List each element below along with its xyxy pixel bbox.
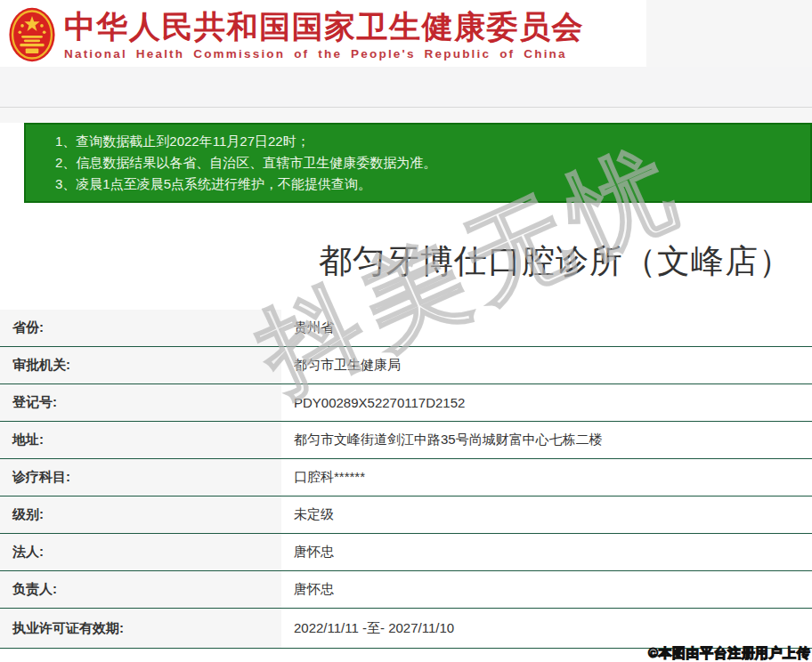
- row-label: 级别:: [0, 496, 281, 533]
- table-row-license-validity: 执业许可证有效期: 2022/11/11 -至- 2027/11/10: [0, 609, 812, 649]
- row-label: 法人:: [0, 534, 281, 570]
- row-label: 省份:: [0, 310, 281, 346]
- table-row-responsible-person: 负责人: 唐怀忠: [0, 571, 812, 609]
- site-title-chinese: 中华人民共和国国家卫生健康委员会: [64, 9, 584, 44]
- table-row-address: 地址: 都匀市文峰街道剑江中路35号尚城财富中心七栋二楼: [0, 422, 812, 459]
- table-row-approval-authority: 审批机关: 都匀市卫生健康局: [0, 347, 812, 384]
- clinic-name-title: 都匀牙博仕口腔诊所（文峰店）: [319, 238, 812, 285]
- table-row-legal-person: 法人: 唐怀忠: [0, 534, 812, 571]
- table-row-registration-number: 登记号: PDY00289X52270117D2152: [0, 384, 812, 422]
- row-label: 地址:: [0, 422, 281, 458]
- row-label: 执业许可证有效期:: [0, 609, 281, 648]
- upload-attribution-text: ©本图由平台注册用户上传: [648, 645, 810, 662]
- row-value: 都匀市卫生健康局: [281, 347, 812, 383]
- notice-line: 1、查询数据截止到2022年11月27日22时；: [55, 131, 801, 152]
- row-label: 诊疗科目:: [0, 459, 281, 496]
- header-box: 中华人民共和国国家卫生健康委员会 National Health Commiss…: [0, 0, 646, 67]
- row-label: 审批机关:: [0, 347, 281, 383]
- row-value: 2022/11/11 -至- 2027/11/10: [281, 609, 812, 648]
- row-label: 登记号:: [0, 384, 281, 421]
- row-value: 口腔科******: [281, 459, 812, 496]
- page: 中华人民共和国国家卫生健康委员会 National Health Commiss…: [0, 0, 812, 662]
- row-value: 都匀市文峰街道剑江中路35号尚城财富中心七栋二楼: [281, 422, 812, 458]
- header-bar: 中华人民共和国国家卫生健康委员会 National Health Commiss…: [0, 0, 812, 67]
- notice-top-spacer: [0, 108, 812, 123]
- row-label: 负责人:: [0, 571, 281, 608]
- table-row-level: 级别: 未定级: [0, 496, 812, 534]
- site-title-english: National Health Commission of the People…: [64, 47, 584, 61]
- notice-line: 2、信息数据结果以各省、自治区、直辖市卫生健康委数据为准。: [55, 152, 801, 174]
- row-value: 贵州省: [281, 310, 812, 346]
- row-value: PDY00289X52270117D2152: [281, 384, 812, 421]
- notice-box: 1、查询数据截止到2022年11月27日22时； 2、信息数据结果以各省、自治区…: [24, 123, 812, 203]
- clinic-info-table: 省份: 贵州省 审批机关: 都匀市卫生健康局 登记号: PDY00289X522…: [0, 310, 812, 649]
- header-divider-band: [0, 67, 812, 108]
- row-value: 唐怀忠: [281, 571, 812, 608]
- row-value: 唐怀忠: [281, 534, 812, 570]
- table-row-province: 省份: 贵州省: [0, 310, 812, 347]
- row-value: 未定级: [281, 496, 812, 533]
- table-row-treatment-subjects: 诊疗科目: 口腔科******: [0, 459, 812, 496]
- national-emblem-icon: [7, 6, 57, 63]
- header-titles: 中华人民共和国国家卫生健康委员会 National Health Commiss…: [64, 9, 584, 61]
- notice-line: 3、凌晨1点至凌晨5点系统进行维护，不能提供查询。: [55, 174, 801, 195]
